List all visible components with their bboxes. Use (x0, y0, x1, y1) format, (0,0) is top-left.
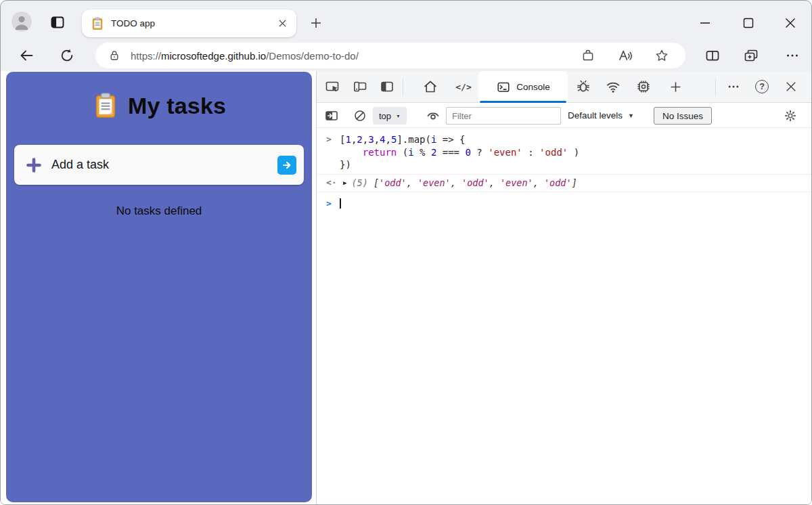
devtools-help-icon[interactable]: ? (750, 75, 773, 98)
devtools-close-icon[interactable] (780, 75, 803, 98)
browser-tab[interactable]: TODO app (82, 9, 296, 37)
favorites-star-icon[interactable] (652, 46, 671, 65)
console-tab-label: Console (516, 82, 550, 92)
toolbar-separator (403, 79, 403, 95)
todo-app-page: My tasks Add a task No task (1, 71, 316, 504)
result-return-arrow-icon: <· (326, 177, 340, 190)
window-maximize-button[interactable] (733, 10, 764, 36)
devtools-panel: </> Console (316, 71, 811, 504)
address-bar[interactable]: https://microsoftedge.github.io/Demos/de… (95, 43, 685, 68)
console-input-echo: > [1,2,3,4,5].map(i => { return (i % 2 =… (317, 128, 811, 174)
plus-icon (311, 18, 321, 28)
maximize-icon (742, 17, 754, 29)
echo-chevron-icon: > (326, 133, 340, 171)
toolbar-separator (715, 79, 716, 95)
browser-window: TODO app (0, 0, 812, 505)
console-terminal-icon (496, 80, 511, 95)
new-tab-button[interactable] (307, 14, 325, 32)
arrow-right-icon (281, 159, 293, 171)
page-title: My tasks (128, 93, 226, 119)
navigation-bar: https://microsoftedge.github.io/Demos/de… (1, 40, 811, 71)
split-screen-icon[interactable] (702, 45, 723, 66)
tab-title: TODO app (111, 18, 275, 28)
browser-menu-ellipsis-icon[interactable] (782, 45, 803, 66)
back-button[interactable] (16, 45, 37, 66)
refresh-icon (59, 47, 75, 64)
tab-network-wifi-icon[interactable] (602, 75, 625, 98)
close-icon (279, 20, 286, 27)
tab-welcome-home-icon[interactable] (419, 75, 442, 98)
no-issues-button[interactable]: No Issues (654, 107, 712, 125)
code-line: return (i % 2 === 0 ? 'even' : 'odd' ) (340, 146, 579, 159)
tab-favicon-clipboard-icon (91, 17, 104, 30)
content-area: My tasks Add a task No task (1, 71, 811, 504)
more-tabs-plus-icon[interactable] (664, 75, 687, 98)
window-minimize-button[interactable] (690, 10, 721, 36)
titlebar: TODO app (1, 1, 811, 40)
tab-debugger-bug-icon[interactable] (572, 75, 595, 98)
console-sidebar-dock-icon[interactable] (320, 104, 343, 127)
refresh-button[interactable] (56, 45, 78, 66)
devtools-menu-ellipsis-icon[interactable] (722, 75, 745, 98)
chevron-down-icon: ▼ (396, 114, 401, 118)
url-path: /Demos/demo-to-do/ (266, 50, 359, 62)
tab-close-button[interactable] (275, 16, 290, 31)
permissions-bag-icon[interactable] (579, 46, 597, 65)
tab-console[interactable]: Console (478, 71, 568, 103)
close-icon (784, 17, 796, 29)
tab-elements-icon[interactable]: </> (452, 75, 475, 98)
device-emulation-icon[interactable] (348, 75, 371, 98)
live-expression-eye-icon[interactable] (422, 104, 445, 127)
window-close-button[interactable] (775, 10, 806, 36)
console-settings-gear-icon[interactable] (779, 104, 802, 127)
code-line: [1,2,3,4,5].map(i => { (340, 133, 579, 146)
log-levels-dropdown[interactable]: Default levels ▼ (568, 103, 634, 128)
clipboard-icon (92, 92, 119, 119)
person-icon (12, 12, 32, 32)
back-arrow-icon (18, 47, 35, 64)
collections-icon[interactable] (740, 45, 762, 66)
empty-state-message: No tasks defined (6, 204, 312, 218)
devtools-tab-bar: </> Console (317, 71, 811, 103)
code-line: }) (340, 158, 579, 171)
url-text: https://microsoftedge.github.io/Demos/de… (131, 50, 359, 62)
prompt-chevron-icon: > (326, 198, 340, 211)
page-title-row: My tasks (6, 72, 312, 119)
url-host: microsoftedge.github.io (161, 50, 266, 62)
context-selector-dropdown[interactable]: top ▼ (373, 107, 407, 125)
console-toolbar: top ▼ Default levels ▼ No Issues (317, 103, 811, 128)
filter-input[interactable] (446, 107, 561, 125)
add-plus-icon (26, 157, 42, 173)
chevron-down-icon: ▼ (628, 112, 634, 119)
minimize-icon (699, 17, 711, 29)
read-aloud-icon[interactable] (616, 46, 635, 65)
console-result-row[interactable]: <· ▶ (5) ['odd', 'even', 'odd', 'even', … (317, 174, 811, 192)
url-scheme: https:// (131, 50, 161, 62)
workspaces-icon[interactable] (48, 13, 67, 32)
clear-console-icon[interactable] (348, 104, 371, 127)
text-caret (340, 198, 341, 208)
add-task-input-placeholder[interactable]: Add a task (51, 158, 277, 172)
tab-performance-cpu-icon[interactable] (632, 75, 655, 98)
lock-icon[interactable] (108, 49, 121, 62)
console-log[interactable]: > [1,2,3,4,5].map(i => { return (i % 2 =… (317, 128, 811, 210)
todo-card: My tasks Add a task No task (6, 72, 312, 502)
result-array-preview[interactable]: (5) ['odd', 'even', 'odd', 'even', 'odd'… (351, 177, 577, 190)
console-prompt[interactable]: > (317, 192, 811, 211)
add-task-submit-button[interactable] (277, 156, 296, 175)
profile-avatar[interactable] (12, 12, 32, 32)
inspect-element-icon[interactable] (321, 75, 344, 98)
panel-layout-icon[interactable] (376, 75, 399, 98)
add-task-bar[interactable]: Add a task (14, 145, 304, 185)
expand-triangle-icon[interactable]: ▶ (343, 177, 346, 190)
